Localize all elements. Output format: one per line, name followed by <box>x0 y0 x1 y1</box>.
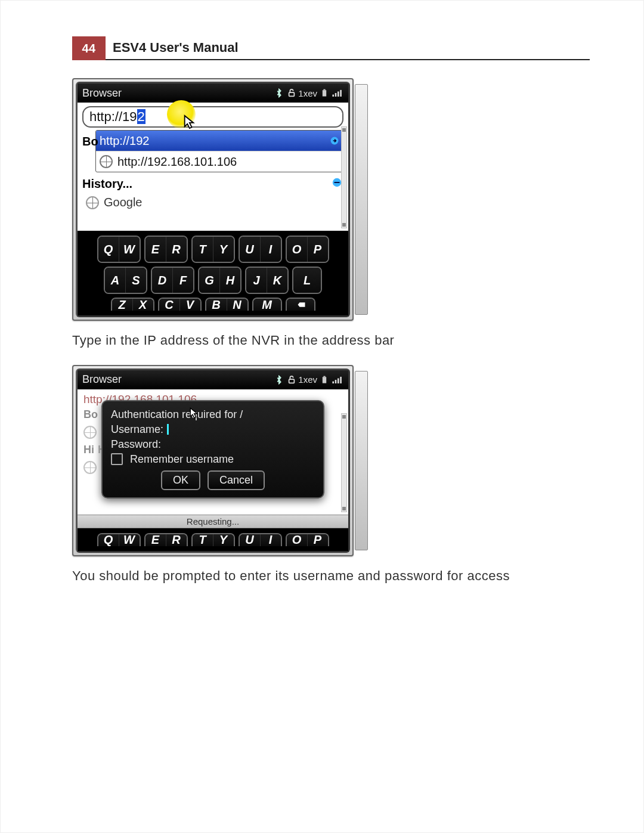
manual-title: ESV4 User's Manual <box>106 36 590 60</box>
keyboard-row-1: QW ER TY UI OP <box>81 236 345 263</box>
signal-bars-icon <box>332 376 343 383</box>
auth-remember-row[interactable]: Remember username <box>111 453 315 466</box>
key-j[interactable]: J <box>246 268 267 293</box>
browser-panel-dimmed: http://192.168.101.106 Bo Home (BlackBer… <box>78 389 348 515</box>
lock-open-icon <box>287 376 296 384</box>
battery-icon <box>322 376 327 384</box>
app-title: Browser <box>82 87 271 100</box>
username-label: Username: <box>111 423 163 436</box>
key-z[interactable]: Z <box>112 299 133 311</box>
key-d[interactable]: D <box>152 268 173 293</box>
key-o[interactable]: O <box>287 534 308 546</box>
svg-rect-13 <box>332 381 334 383</box>
manual-page: 44 ESV4 User's Manual Browser <box>0 0 644 833</box>
key-i[interactable]: I <box>261 237 281 262</box>
globe-icon <box>83 426 97 439</box>
address-typed: http://19 <box>89 109 137 124</box>
arrow-go-icon[interactable] <box>329 135 340 147</box>
keyboard-row-1-partial: QW ER TY UI OP <box>81 533 345 546</box>
scrollbar[interactable] <box>341 126 347 228</box>
key-e[interactable]: E <box>145 237 166 262</box>
status-bar: Browser 1xev <box>78 83 348 103</box>
key-n[interactable]: N <box>227 299 247 311</box>
svg-rect-16 <box>340 377 342 383</box>
key-f[interactable]: F <box>173 268 193 293</box>
key-p[interactable]: P <box>308 534 328 546</box>
key-t[interactable]: T <box>193 534 213 546</box>
key-w[interactable]: W <box>119 237 140 262</box>
key-c[interactable]: C <box>159 299 180 311</box>
bookmarks-tag: Bo <box>82 135 98 148</box>
key-o[interactable]: O <box>287 237 308 262</box>
auth-username-row: Username: <box>111 423 315 436</box>
phone-body: Browser 1xev <box>76 82 350 317</box>
key-i[interactable]: I <box>261 534 281 546</box>
key-p[interactable]: P <box>308 237 328 262</box>
ok-button[interactable]: OK <box>161 470 200 490</box>
key-a[interactable]: A <box>105 268 126 293</box>
suggestion-text: http://192.168.101.106 <box>117 155 237 169</box>
screenshot-2: Browser 1xev <box>72 365 354 556</box>
key-u[interactable]: U <box>240 534 261 546</box>
suggestion-list: http://192 http://192.168.101.106 <box>95 130 345 172</box>
caption-1: Type in the IP address of the NVR in the… <box>72 332 590 349</box>
phone-side-bezel <box>355 371 368 550</box>
key-g[interactable]: G <box>199 268 220 293</box>
key-r[interactable]: R <box>166 237 187 262</box>
status-bar: Browser 1xev <box>78 370 348 389</box>
key-q[interactable]: Q <box>98 237 119 262</box>
phone-side-bezel <box>355 84 368 315</box>
virtual-keyboard: QW ER TY UI OP <box>78 528 348 551</box>
svg-rect-5 <box>338 91 339 97</box>
key-k[interactable]: K <box>267 268 287 293</box>
password-label: Password: <box>111 438 161 451</box>
key-q[interactable]: Q <box>98 534 119 546</box>
network-label: 1xev <box>298 88 317 98</box>
svg-rect-4 <box>335 93 337 97</box>
history-section-label[interactable]: History... <box>78 172 348 193</box>
key-b[interactable]: B <box>206 299 227 311</box>
app-title: Browser <box>82 373 271 386</box>
key-l[interactable]: L <box>293 268 321 293</box>
caption-2: You should be prompted to enter its user… <box>72 567 590 585</box>
phone-body: Browser 1xev <box>76 368 350 553</box>
cancel-button[interactable]: Cancel <box>208 470 265 490</box>
key-t[interactable]: T <box>193 237 213 262</box>
address-bar-wrap: http://192 <box>78 103 348 128</box>
key-v[interactable]: V <box>180 299 200 311</box>
suggestion-item[interactable]: http://192.168.101.106 <box>96 151 344 172</box>
checkbox-icon[interactable] <box>111 453 123 465</box>
suggestion-text: http://192 <box>100 134 149 148</box>
key-h[interactable]: H <box>220 268 240 293</box>
text-caret-icon <box>167 424 169 435</box>
screenshot-1: Browser 1xev <box>72 78 354 321</box>
key-y[interactable]: Y <box>213 237 234 262</box>
svg-rect-0 <box>289 92 295 96</box>
key-e[interactable]: E <box>145 534 166 546</box>
key-r[interactable]: R <box>166 534 187 546</box>
key-x[interactable]: X <box>133 299 153 311</box>
key-u[interactable]: U <box>240 237 261 262</box>
virtual-keyboard: QW ER TY UI OP AS DF GH JK L ZX CV BN <box>78 231 348 315</box>
globe-icon <box>86 196 99 209</box>
key-backspace[interactable] <box>287 299 314 311</box>
browser-panel: http://192 Bo http://192 <box>78 103 348 231</box>
scrollbar[interactable] <box>341 413 347 512</box>
key-w[interactable]: W <box>119 534 140 546</box>
address-bar-input[interactable]: http://192 <box>82 106 343 128</box>
battery-icon <box>322 89 327 97</box>
svg-rect-3 <box>332 95 334 97</box>
globe-icon <box>83 461 97 474</box>
suggestion-item-selected[interactable]: http://192 <box>96 131 344 151</box>
auth-title: Authentication required for / <box>111 408 315 421</box>
svg-rect-9 <box>335 182 340 183</box>
page-number-badge: 44 <box>72 36 106 60</box>
auth-dialog: Authentication required for / Username: … <box>101 400 324 498</box>
key-m[interactable]: M <box>253 299 281 311</box>
history-item[interactable]: Google <box>78 193 348 215</box>
key-y[interactable]: Y <box>213 534 234 546</box>
bluetooth-icon <box>275 88 283 98</box>
remember-label: Remember username <box>130 453 234 466</box>
key-s[interactable]: S <box>126 268 146 293</box>
lock-open-icon <box>287 89 296 97</box>
